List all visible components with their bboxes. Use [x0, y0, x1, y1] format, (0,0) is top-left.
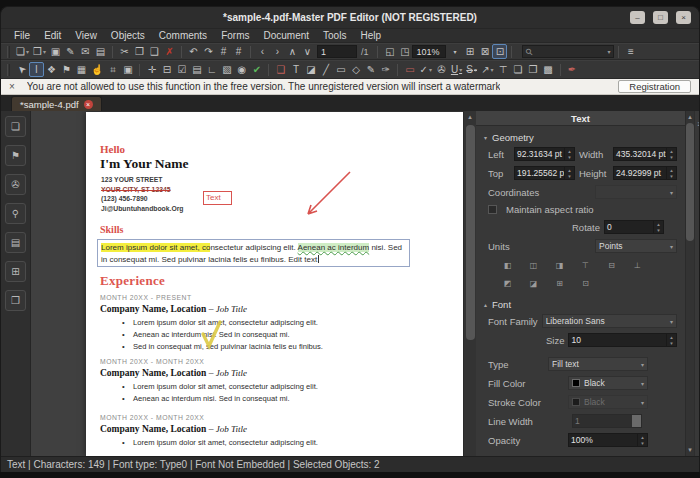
- checkbox-field-button[interactable]: ☑: [174, 62, 189, 77]
- pages-panel-button[interactable]: ❐: [5, 290, 26, 311]
- height-field[interactable]: 24.92999 pt ▲▼: [613, 166, 677, 180]
- zoom-level-dropdown[interactable]: ▾: [447, 44, 462, 59]
- title-bar[interactable]: *sample-4.pdf-Master PDF Editor (NOT REG…: [1, 7, 699, 29]
- pencil-tool-button[interactable]: ✎: [363, 62, 378, 77]
- units-dropdown[interactable]: Points ▾: [595, 239, 677, 253]
- ink-tool-button[interactable]: ✑: [378, 62, 393, 77]
- rotate-field[interactable]: 0 ▲▼: [604, 220, 664, 234]
- center-page-v-button[interactable]: ⊡: [578, 277, 593, 289]
- check-markup-button[interactable]: ✓▾: [417, 62, 433, 77]
- toolbar-grip[interactable]: [7, 46, 10, 58]
- left-field[interactable]: 92.31634 pt ▲▼: [514, 147, 575, 161]
- undo-button[interactable]: ↶: [186, 44, 201, 59]
- polygon-tool-button[interactable]: ◇: [348, 62, 363, 77]
- format-painter-button[interactable]: ✒: [565, 62, 580, 77]
- search-input[interactable]: [533, 47, 607, 57]
- open-file-button[interactable]: ❒▾: [31, 44, 48, 59]
- sticky-note-button[interactable]: ❑: [273, 62, 288, 77]
- zoom-level-select[interactable]: 101%: [412, 45, 446, 58]
- page-down-button[interactable]: ∨: [300, 44, 315, 59]
- close-button[interactable]: ×: [676, 11, 691, 24]
- font-size-spinner[interactable]: ▲▼: [666, 334, 676, 346]
- thumbnails-panel-button[interactable]: ❏: [5, 116, 26, 137]
- skills-textbox[interactable]: Lorem ipsum dolor sit amet, consectetur …: [97, 239, 410, 267]
- top-field[interactable]: 191.25562 pt ▲▼: [514, 166, 575, 180]
- menu-tools[interactable]: Tools: [316, 30, 353, 41]
- scroll-down-icon[interactable]: ▾: [688, 444, 692, 456]
- checkmark-annotation[interactable]: [198, 318, 224, 352]
- distribute-v-button[interactable]: ◪: [526, 277, 541, 289]
- snapshot-tool-button[interactable]: ▣: [120, 62, 135, 77]
- tab-close-icon[interactable]: ×: [84, 100, 93, 109]
- top-spinner[interactable]: ▲▼: [564, 167, 574, 179]
- signature-field-button[interactable]: ✔: [249, 62, 264, 77]
- pdf-page[interactable]: Hello I'm Your Name 123 YOUR STREET YOUR…: [86, 112, 464, 456]
- form-tool-button[interactable]: ⚑: [59, 62, 74, 77]
- minimize-button[interactable]: –: [630, 11, 645, 24]
- align-middle-button[interactable]: ⊟: [604, 259, 619, 271]
- save-as-button[interactable]: ✎: [63, 44, 78, 59]
- arrow-annotation[interactable]: [284, 158, 364, 224]
- geometry-section-header[interactable]: ▾ Geometry: [476, 128, 685, 147]
- new-document-button[interactable]: ❏▾: [14, 44, 31, 59]
- menu-document[interactable]: Document: [256, 30, 316, 41]
- snap-objects-button[interactable]: #: [231, 44, 246, 59]
- width-spinner[interactable]: ▲▼: [666, 148, 676, 160]
- maximize-button[interactable]: □: [653, 11, 668, 24]
- opacity-field[interactable]: 100% ▲▼: [568, 433, 648, 447]
- menu-objects[interactable]: Objects: [104, 30, 152, 41]
- toolbar-overflow-button[interactable]: ≡: [623, 44, 638, 59]
- arrow-markup-button[interactable]: ↗▾: [479, 62, 495, 77]
- font-family-dropdown[interactable]: Liberation Sans ▾: [542, 314, 677, 328]
- left-spinner[interactable]: ▲▼: [564, 148, 574, 160]
- height-spinner[interactable]: ▲▼: [666, 167, 676, 179]
- align-right-button[interactable]: ◨: [552, 259, 567, 271]
- rectangle-tool-button[interactable]: ▭: [333, 62, 348, 77]
- edit-object-tool-button[interactable]: ❖: [44, 62, 59, 77]
- highlight-tool-button[interactable]: ▭: [402, 62, 417, 77]
- search-options-dropdown-icon[interactable]: ▾: [607, 48, 610, 55]
- align-left-button[interactable]: ◧: [500, 259, 515, 271]
- scrollbar-thumb[interactable]: [466, 125, 475, 340]
- panel-scrollbar[interactable]: ▴ ▾: [685, 111, 694, 456]
- attachments-panel-button[interactable]: ✇: [5, 174, 26, 195]
- rotate-spinner[interactable]: ▲▼: [653, 221, 663, 233]
- print-button[interactable]: ▤: [93, 44, 108, 59]
- line-tool-button[interactable]: ╱: [318, 62, 333, 77]
- menu-forms[interactable]: Forms: [214, 30, 256, 41]
- scroll-up-icon[interactable]: ▴: [688, 111, 692, 123]
- text-box-button[interactable]: ⊤: [496, 62, 511, 77]
- search-box[interactable]: ⚲ ▾: [522, 45, 614, 58]
- text-type-dropdown[interactable]: Fill text ▾: [548, 357, 648, 371]
- form-fields-panel-button[interactable]: ⊞: [5, 261, 26, 282]
- document-scrollbar[interactable]: ▴: [463, 111, 476, 456]
- email-button[interactable]: ✉: [78, 44, 93, 59]
- font-section-header[interactable]: ▴ Font: [476, 295, 685, 314]
- scroll-up-icon[interactable]: ▴: [464, 111, 476, 123]
- move-tool-button[interactable]: ✛: [144, 62, 159, 77]
- dynamic-zoom-button[interactable]: ⊡: [492, 44, 507, 59]
- scrollbar-thumb[interactable]: [686, 123, 694, 241]
- font-size-field[interactable]: 10 ▲▼: [568, 333, 677, 347]
- menu-edit[interactable]: Edit: [37, 30, 68, 41]
- menu-comments[interactable]: Comments: [152, 30, 214, 41]
- button-field-button[interactable]: ⊟: [159, 62, 174, 77]
- text-annotation-box[interactable]: Text: [203, 191, 232, 205]
- layers-panel-button[interactable]: ▤: [5, 232, 26, 253]
- typewriter-button[interactable]: ❐: [526, 62, 541, 77]
- bookmarks-panel-button[interactable]: ⚑: [5, 145, 26, 166]
- underline-markup-button[interactable]: U▾: [449, 62, 464, 77]
- text-annotation-button[interactable]: T: [288, 62, 303, 77]
- search-panel-button[interactable]: ⚲: [5, 203, 26, 224]
- strikeout-markup-button[interactable]: S▾: [464, 62, 479, 77]
- next-page-button[interactable]: ›: [270, 44, 285, 59]
- copy-button[interactable]: ❐: [132, 44, 147, 59]
- opacity-spinner[interactable]: ▲▼: [637, 434, 647, 446]
- align-center-h-button[interactable]: ◫: [526, 259, 541, 271]
- menu-file[interactable]: File: [7, 30, 37, 41]
- callout-button[interactable]: ❏: [511, 62, 526, 77]
- width-field[interactable]: 435.32014 pt ▲▼: [613, 147, 677, 161]
- align-bottom-button[interactable]: ⊥: [630, 259, 645, 271]
- registration-button[interactable]: Registration: [618, 80, 691, 93]
- radio-field-button[interactable]: ◉: [234, 62, 249, 77]
